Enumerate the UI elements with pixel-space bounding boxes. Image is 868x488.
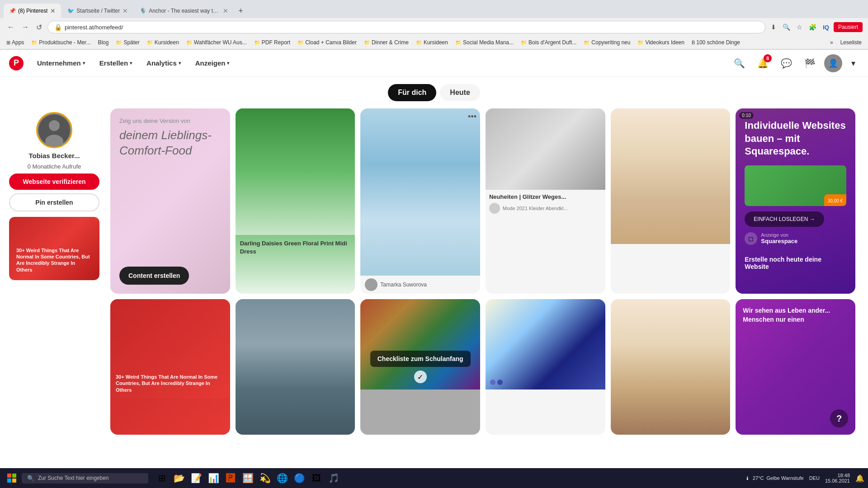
bookmark-social[interactable]: 📁 Social Media Mana... <box>453 38 516 47</box>
bookmark-copywriting[interactable]: 📁 Copywriting neu <box>581 38 633 47</box>
nav-unternehmen[interactable]: Unternehmen ▾ <box>31 56 91 70</box>
back-button[interactable]: ← <box>5 21 16 33</box>
ad-cta-button[interactable]: EINFACH LOSLEGEN → <box>745 211 824 227</box>
bookmark-later[interactable]: 📁 Später <box>113 38 142 47</box>
tab-fuer-dich[interactable]: Für dich <box>388 84 436 101</box>
shoes-author: Mode 2021 Kleider Abendkl... <box>489 203 602 214</box>
pin-banner-card[interactable]: Zeig uns deine Version von deinem Liebli… <box>110 108 230 294</box>
start-button[interactable] <box>4 470 20 486</box>
tab-bar: 📌 (8) Pinterest ✕ 🐦 Startseite / Twitter… <box>0 0 868 18</box>
taskbar-app-word[interactable]: 📝 <box>188 470 204 486</box>
dress-col5-image <box>611 299 731 435</box>
tab-heute[interactable]: Heute <box>440 84 480 101</box>
messages-button[interactable]: 💬 <box>777 54 795 72</box>
bookmark-button[interactable]: ☆ <box>795 22 804 33</box>
banner-cta-button[interactable]: Content erstellen <box>119 267 189 285</box>
notification-center-icon[interactable]: 🔔 <box>855 474 864 483</box>
search-button[interactable]: 🔍 <box>730 54 748 72</box>
taskbar-right: 🌡 27°C Gelbe Warnstufe DEU 18:48 15.06.2… <box>745 473 864 483</box>
pin-floral-dress[interactable] <box>611 108 731 294</box>
download-button[interactable]: ⬇ <box>769 22 778 33</box>
nav-erstellen[interactable]: Erstellen ▾ <box>93 56 138 70</box>
bookmark-kursideen2[interactable]: 📁 Kursideen <box>413 38 451 47</box>
pin-grid-container[interactable]: Zeig uns deine Version von deinem Liebli… <box>107 108 859 482</box>
reload-button[interactable]: ↺ <box>34 21 44 33</box>
taskbar-app-windows[interactable]: 🪟 <box>240 470 256 486</box>
food-image <box>486 299 605 389</box>
nav-analytics[interactable]: Analytics ▾ <box>140 56 187 70</box>
more-bookmarks-button[interactable]: » <box>827 38 836 47</box>
iq-button[interactable]: IQ <box>821 22 831 33</box>
search-button[interactable]: 🔍 <box>781 22 792 33</box>
taskbar-app-chrome[interactable]: 🌐 <box>274 470 290 486</box>
tab-close-anchor[interactable]: ✕ <box>223 7 228 14</box>
updates-button[interactable]: 🏁 <box>801 54 819 72</box>
bookmark-folder-icon: 📁 <box>31 40 38 46</box>
pin-green-dress[interactable]: Darling Daisies Green Floral Print Midi … <box>236 108 355 294</box>
main-nav: Unternehmen ▾ Erstellen ▾ Analytics ▾ An… <box>31 56 236 70</box>
squarespace-logo: ◻ <box>745 232 757 245</box>
green-dress-desc: Darling Daisies Green Floral Print Midi … <box>240 239 351 256</box>
tab-anchor[interactable]: 🎙️ Anchor - The easiest way to mai... ✕ <box>134 4 234 18</box>
notifications-button[interactable]: 🔔 8 <box>754 54 772 72</box>
bookmarks-bar: ⊞ Apps 📁 Produktsuche - Mer... Blog 📁 Sp… <box>0 36 868 49</box>
verify-website-button[interactable]: Webseite verifizieren <box>9 174 99 190</box>
bookmark-100dinge[interactable]: B 100 schöne Dinge <box>689 38 743 47</box>
profile-avatar-button[interactable]: 👤 <box>824 54 842 72</box>
pin-food[interactable] <box>486 299 605 435</box>
taskbar-app-excel[interactable]: 📊 <box>205 470 222 486</box>
extensions-button[interactable]: 🧩 <box>807 22 818 33</box>
pin-checklist[interactable]: Checkliste zum Schulanfang ✓ <box>360 299 480 435</box>
taskbar-app-photos[interactable]: 🖼 <box>308 470 325 486</box>
pin-weird-things[interactable]: 30+ Weird Things That Are Normal In Some… <box>110 299 230 435</box>
pin-shoes[interactable]: Neuheiten | Glitzer Weges... Mode 2021 K… <box>486 108 605 294</box>
pinterest-logo[interactable]: P <box>9 56 24 70</box>
blue-dress-dots[interactable]: ••• <box>468 112 476 122</box>
bookmark-leseliste[interactable]: Leseliste <box>838 38 864 47</box>
taskbar-app-edge[interactable]: 🔵 <box>291 470 307 486</box>
taskbar-search-text: Zur Suche Text hier eingeben <box>38 475 109 481</box>
bookmark-blog[interactable]: Blog <box>95 38 111 47</box>
later-folder-icon: 📁 <box>116 40 122 46</box>
taskbar-app-music[interactable]: 🎵 <box>326 470 342 486</box>
create-pin-button[interactable]: Pin erstellen <box>9 193 99 211</box>
bookmark-pdf[interactable]: 📁 PDF Report <box>251 38 293 47</box>
language-indicator: DEU <box>809 475 820 481</box>
taskbar-search[interactable]: 🔍 Zur Suche Text hier eingeben <box>22 473 148 483</box>
new-tab-button[interactable]: + <box>235 5 247 18</box>
forward-button[interactable]: → <box>20 21 31 33</box>
pinterest-app: P Unternehmen ▾ Erstellen ▾ Analytics ▾ … <box>0 50 868 482</box>
taskbar-app-multitasking[interactable]: ⊞ <box>154 470 170 486</box>
tab-close-twitter[interactable]: ✕ <box>123 7 128 14</box>
taskbar-app-powerpoint[interactable]: 🅿 <box>222 470 239 486</box>
shoes-sub-desc: Mode 2021 Kleider Abendkl... <box>503 206 568 211</box>
pin-ad-squarespace[interactable]: 0:10 Individuelle Websites bauen – mit S… <box>736 108 855 294</box>
pin-dress-col5[interactable] <box>611 299 731 435</box>
bookmark-bois[interactable]: 📁 Bois d'Argent Duft... <box>518 38 579 47</box>
taskbar-time[interactable]: 18:48 15.06.2021 <box>825 473 850 483</box>
ad-brand-info: Anzeige von Squarespace <box>761 232 797 244</box>
tab-twitter[interactable]: 🐦 Startseite / Twitter ✕ <box>62 4 133 18</box>
tab-close-pinterest[interactable]: ✕ <box>50 7 56 14</box>
tab-pinterest[interactable]: 📌 (8) Pinterest ✕ <box>4 4 61 18</box>
bookmark-kursideen1[interactable]: 📁 Kursideen <box>144 38 182 47</box>
taskbar-app-explorer[interactable]: 📂 <box>171 470 187 486</box>
sidebar-card[interactable]: 30+ Weird Things That Are Normal In Some… <box>9 217 99 280</box>
green-dress-image <box>236 108 355 235</box>
bookmark-videokurs[interactable]: 📁 Videokurs Ideen <box>635 38 687 47</box>
header-more-button[interactable]: ▾ <box>848 55 859 72</box>
pin-blue-dress[interactable]: ••• Tamarka Suworova <box>360 108 480 294</box>
bookmark-apps[interactable]: ⊞ Apps <box>4 38 27 47</box>
taskbar-app-cortana[interactable]: 💫 <box>257 470 273 486</box>
pin-fence-girl[interactable] <box>236 299 355 435</box>
nav-anzeigen[interactable]: Anzeigen ▾ <box>189 56 236 70</box>
profile-btn[interactable]: Pausiert <box>834 22 863 32</box>
bookmark-produktsuche[interactable]: 📁 Produktsuche - Mer... <box>28 38 93 47</box>
url-bar[interactable]: 🔒 pinterest.at/homefeed/ <box>47 21 765 33</box>
pin-ad2[interactable]: Wir sehen aus Leben ander... Menschen nu… <box>736 299 855 435</box>
bookmark-dinner[interactable]: 📁 Dinner & Crime <box>361 38 411 47</box>
bookmark-canva[interactable]: 📁 Cload + Canva Bilder <box>295 38 359 47</box>
bookmark-wahlfaecher[interactable]: 📁 Wahlfächer WU Aus... <box>184 38 250 47</box>
notification-badge: 8 <box>764 54 772 62</box>
search-icon: 🔍 <box>734 58 745 69</box>
